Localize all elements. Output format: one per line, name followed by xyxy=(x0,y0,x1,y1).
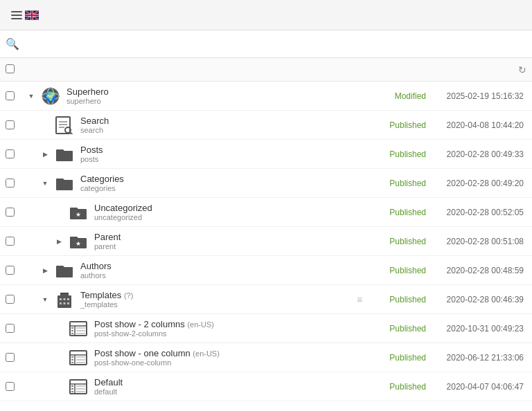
row-info: Default default xyxy=(91,377,371,396)
row-title[interactable]: Post show - one column (en-US) xyxy=(94,348,371,358)
svg-rect-47 xyxy=(76,385,85,387)
status-badge: Published xyxy=(371,266,426,275)
row-checkbox-input[interactable] xyxy=(6,208,15,217)
svg-rect-29 xyxy=(76,327,85,329)
row-date: 2020-06-12 21:33:06 xyxy=(426,353,526,363)
row-checkbox[interactable] xyxy=(6,295,25,304)
row-checkbox[interactable] xyxy=(6,91,25,100)
row-checkbox[interactable] xyxy=(6,266,25,275)
tree-toggle[interactable]: ▶ xyxy=(53,238,65,245)
row-subtitle: search xyxy=(80,126,371,134)
status-badge: Published xyxy=(371,149,426,159)
tree-toggle[interactable]: ▼ xyxy=(39,180,51,187)
table-header: ↻ xyxy=(0,58,532,82)
row-title[interactable]: Default xyxy=(94,377,371,387)
search-icon[interactable]: 🔍 xyxy=(6,37,19,51)
svg-line-11 xyxy=(70,132,73,134)
table-row: Default default Published 2020-04-07 04:… xyxy=(0,372,532,401)
tree-toggle[interactable]: ▶ xyxy=(39,267,51,274)
row-title[interactable]: Authors xyxy=(80,261,371,271)
table-row: ▼ Templates (?) _templates ≡ Published 2… xyxy=(0,285,532,314)
row-info: Parent parent xyxy=(91,232,371,250)
row-title[interactable]: Superhero xyxy=(66,86,371,97)
row-date: 2020-02-28 00:49:20 xyxy=(426,179,526,188)
row-date: 2020-02-28 00:49:33 xyxy=(426,149,526,159)
menu-icon[interactable] xyxy=(8,8,25,22)
select-all-input[interactable] xyxy=(6,64,15,73)
row-icon xyxy=(51,176,78,191)
row-subtitle: posts xyxy=(80,155,371,163)
archive-button[interactable] xyxy=(57,42,71,47)
row-checkbox[interactable] xyxy=(6,324,25,333)
status-badge: Published xyxy=(371,208,426,217)
row-checkbox[interactable] xyxy=(6,149,25,158)
svg-rect-30 xyxy=(76,330,85,331)
svg-rect-35 xyxy=(71,356,73,358)
svg-rect-38 xyxy=(76,356,85,358)
row-title[interactable]: Posts xyxy=(80,145,371,155)
row-checkbox-input[interactable] xyxy=(6,179,15,188)
svg-rect-18 xyxy=(64,298,66,300)
sort-button[interactable] xyxy=(107,42,121,47)
row-checkbox-input[interactable] xyxy=(6,237,15,246)
row-checkbox[interactable] xyxy=(6,208,25,217)
row-checkbox-input[interactable] xyxy=(6,149,15,158)
row-checkbox[interactable] xyxy=(6,353,25,362)
refresh-icon[interactable]: ↻ xyxy=(518,64,526,75)
svg-rect-40 xyxy=(76,362,85,363)
row-checkbox-input[interactable] xyxy=(6,295,15,304)
row-date: 2020-02-28 00:51:08 xyxy=(426,237,526,246)
row-checkbox-input[interactable] xyxy=(6,382,15,391)
row-title[interactable]: Search xyxy=(80,116,371,126)
row-checkbox-input[interactable] xyxy=(6,324,15,333)
row-title[interactable]: Parent xyxy=(94,232,371,242)
move-button[interactable] xyxy=(90,42,104,47)
row-date: 2020-04-08 10:44:20 xyxy=(426,120,526,130)
table-row: ▼ 🌍 Superhero superhero Modified 2025-02… xyxy=(0,82,532,111)
row-checkbox[interactable] xyxy=(6,179,25,188)
svg-rect-6 xyxy=(56,117,70,134)
row-info: Categories categories xyxy=(78,174,371,192)
table-row: ★ Uncategorized uncategorized Published … xyxy=(0,198,532,227)
row-icon xyxy=(65,350,91,365)
status-badge: Published xyxy=(371,237,426,246)
row-info: Posts posts xyxy=(78,145,371,163)
row-title[interactable]: Post show - 2 columns (en-US) xyxy=(94,319,371,329)
row-info: Post show - 2 columns (en-US) post-show-… xyxy=(91,319,371,338)
svg-rect-44 xyxy=(71,385,73,387)
row-subtitle: parent xyxy=(94,242,371,250)
row-icon xyxy=(51,147,78,162)
row-subtitle: post-show-one-column xyxy=(94,358,371,367)
row-info: Uncategorized uncategorized xyxy=(91,203,371,221)
row-checkbox[interactable] xyxy=(6,120,25,129)
row-title[interactable]: Uncategorized xyxy=(94,203,371,213)
svg-rect-31 xyxy=(76,333,85,334)
row-date: 2020-02-28 00:46:39 xyxy=(426,295,526,304)
row-checkbox[interactable] xyxy=(6,382,25,391)
status-badge: Published xyxy=(371,353,426,363)
row-checkbox-input[interactable] xyxy=(6,120,15,129)
svg-rect-27 xyxy=(71,330,73,331)
select-all-checkbox[interactable] xyxy=(6,64,25,75)
tree-toggle[interactable]: ▶ xyxy=(39,151,51,158)
svg-rect-22 xyxy=(67,302,69,304)
drag-handle[interactable]: ≡ xyxy=(357,294,371,305)
row-title[interactable]: Categories xyxy=(80,174,371,184)
duplicate-button[interactable] xyxy=(73,42,87,47)
row-checkbox[interactable] xyxy=(6,237,25,246)
row-checkbox-input[interactable] xyxy=(6,91,15,100)
row-title[interactable]: Templates (?) xyxy=(80,290,357,300)
svg-rect-21 xyxy=(64,302,66,304)
lang-badge: (en-US) xyxy=(193,349,220,358)
row-icon: ★ xyxy=(65,234,91,249)
table-row: ▶ Authors authors Published 2020-02-28 0… xyxy=(0,256,532,285)
row-checkbox-input[interactable] xyxy=(6,266,15,275)
edit-button[interactable] xyxy=(40,42,54,47)
status-badge: Published xyxy=(371,324,426,334)
tree-toggle[interactable]: ▼ xyxy=(39,296,51,303)
svg-rect-36 xyxy=(71,359,73,360)
new-button[interactable] xyxy=(24,42,37,47)
row-checkbox-input[interactable] xyxy=(6,353,15,362)
row-icon xyxy=(65,321,91,336)
tree-toggle[interactable]: ▼ xyxy=(25,93,37,100)
